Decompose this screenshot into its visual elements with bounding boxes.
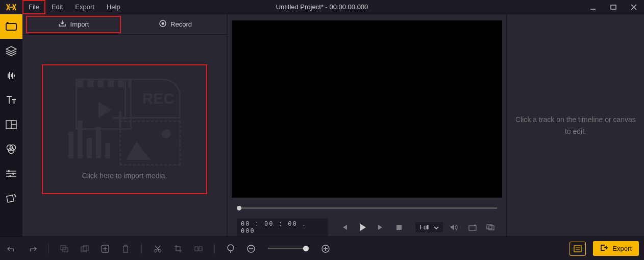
sidebar-text[interactable] [0, 88, 22, 112]
export-button[interactable]: Export [593, 241, 639, 256]
preview-zoom-select[interactable]: Full [415, 222, 442, 232]
svg-rect-1 [611, 5, 616, 9]
marker-button[interactable] [224, 242, 237, 255]
svg-point-12 [8, 170, 10, 172]
svg-point-17 [162, 22, 164, 25]
add-button[interactable] [98, 242, 112, 255]
duplicate-button[interactable] [78, 242, 91, 255]
export-settings-button[interactable] [569, 242, 586, 256]
close-button[interactable] [624, 0, 644, 14]
zoom-out-button[interactable] [244, 242, 258, 255]
svg-point-14 [9, 175, 11, 177]
export-icon [600, 244, 608, 253]
sidebar-settings[interactable] [0, 161, 22, 186]
svg-rect-19 [469, 226, 476, 230]
preview-panel: 00 : 00 : 00 . 000 Full [228, 14, 506, 237]
app-logo [0, 0, 22, 14]
import-dropzone[interactable]: REC + Click here to import media. [43, 65, 206, 193]
menu-edit[interactable]: Edit [45, 0, 69, 14]
properties-hint: Click a track on the timeline or canvas … [514, 114, 637, 137]
tab-record-label: Record [170, 20, 192, 28]
zoom-in-button[interactable] [319, 242, 332, 255]
minimize-button[interactable] [583, 0, 603, 14]
volume-button[interactable] [448, 221, 461, 234]
svg-rect-2 [6, 23, 16, 30]
svg-point-13 [12, 173, 14, 175]
fullscreen-button[interactable] [484, 221, 497, 234]
import-artwork: REC + [68, 79, 181, 166]
bottom-toolbar: Export [0, 237, 644, 260]
redo-button[interactable] [26, 242, 39, 255]
snapshot-button[interactable] [466, 221, 479, 234]
crop-button[interactable] [171, 242, 185, 255]
menu-help[interactable]: Help [101, 0, 127, 14]
maximize-button[interactable] [603, 0, 624, 14]
import-icon [58, 20, 66, 29]
next-frame-button[interactable] [374, 221, 387, 234]
export-label: Export [612, 245, 632, 252]
undo-button[interactable] [5, 242, 18, 255]
svg-rect-34 [574, 246, 581, 252]
record-icon [159, 20, 166, 29]
sidebar-layers[interactable] [0, 39, 22, 63]
svg-rect-18 [397, 225, 402, 230]
svg-rect-30 [199, 247, 202, 251]
import-hint: Click here to import media. [82, 172, 167, 180]
svg-point-28 [159, 249, 161, 252]
svg-rect-21 [489, 226, 494, 230]
split-button[interactable] [192, 242, 205, 255]
menubar: File Edit Export Help Untitled Project* … [0, 0, 644, 14]
chevron-down-icon [434, 224, 439, 231]
play-button[interactable] [356, 221, 369, 234]
sidebar-media[interactable] [0, 14, 22, 39]
svg-rect-15 [7, 195, 14, 202]
sidebar-transform[interactable] [0, 186, 22, 210]
sidebar-filters[interactable] [0, 137, 22, 161]
svg-point-27 [155, 249, 157, 252]
menu-file[interactable]: File [22, 0, 45, 14]
sidebar-audio[interactable] [0, 63, 22, 88]
svg-rect-29 [195, 247, 198, 251]
tab-import[interactable]: Import [22, 14, 125, 35]
group-button[interactable] [58, 242, 71, 255]
preview-canvas[interactable] [232, 20, 502, 198]
media-panel: Import Record REC + Click here to import… [22, 14, 227, 237]
menu-export[interactable]: Export [69, 0, 101, 14]
tab-import-label: Import [70, 20, 89, 28]
timecode: 00 : 00 : 00 . 000 [237, 219, 328, 236]
delete-button[interactable] [119, 242, 132, 255]
properties-panel: Click a track on the timeline or canvas … [507, 14, 644, 237]
cut-button[interactable] [151, 242, 164, 255]
stop-button[interactable] [392, 221, 405, 234]
svg-rect-20 [487, 225, 492, 229]
tab-record[interactable]: Record [125, 14, 227, 35]
playback-slider[interactable] [232, 198, 502, 218]
prev-frame-button[interactable] [338, 221, 351, 234]
zoom-slider[interactable] [268, 248, 309, 249]
sidebar-split[interactable] [0, 112, 22, 137]
sidebar [0, 14, 22, 237]
